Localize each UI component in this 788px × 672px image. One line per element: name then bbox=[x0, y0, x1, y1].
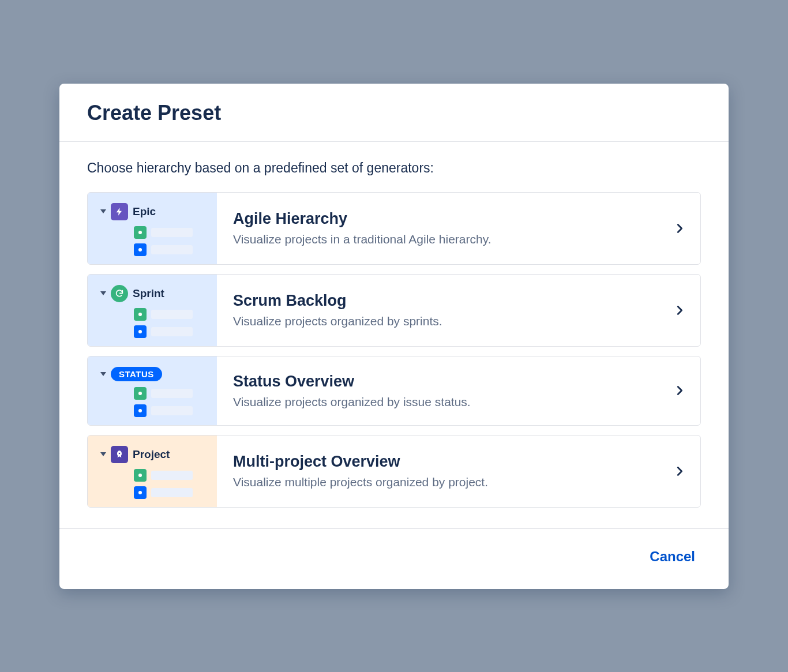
preset-option-agile-hierarchy[interactable]: Epic bbox=[87, 192, 701, 265]
refresh-icon bbox=[111, 285, 128, 302]
thumb-label: Project bbox=[133, 448, 170, 461]
svg-point-3 bbox=[138, 330, 142, 333]
preset-option-desc: Visualize projects in a traditional Agil… bbox=[233, 232, 643, 246]
svg-point-2 bbox=[138, 313, 142, 316]
preset-option-desc: Visualize multiple projects organized by… bbox=[233, 475, 643, 489]
chevron-right-icon bbox=[659, 356, 700, 425]
placeholder-bar bbox=[151, 245, 193, 254]
chevron-right-icon bbox=[659, 436, 700, 507]
modal-footer: Cancel bbox=[59, 528, 729, 589]
preset-thumb: Project bbox=[88, 436, 217, 507]
story-icon bbox=[134, 308, 147, 321]
preset-option-desc: Visualize projects organized by sprints. bbox=[233, 314, 643, 328]
thumb-mini-rows bbox=[100, 387, 205, 417]
caret-down-icon bbox=[100, 291, 106, 295]
preset-option-multi-project-overview[interactable]: Project bbox=[87, 435, 701, 508]
status-pill-icon: STATUS bbox=[111, 367, 162, 381]
caret-down-icon bbox=[100, 372, 106, 376]
task-icon bbox=[134, 404, 147, 417]
caret-down-icon bbox=[100, 209, 106, 213]
svg-point-5 bbox=[138, 409, 142, 412]
story-icon bbox=[134, 226, 147, 239]
preset-option-title: Scrum Backlog bbox=[233, 292, 643, 310]
task-icon bbox=[134, 325, 147, 338]
placeholder-bar bbox=[151, 327, 193, 336]
preset-option-main: Multi-project Overview Visualize multipl… bbox=[217, 436, 659, 507]
modal-header: Create Preset bbox=[59, 84, 729, 142]
preset-option-main: Status Overview Visualize projects organ… bbox=[217, 356, 659, 425]
task-icon bbox=[134, 243, 147, 256]
thumb-mini-rows bbox=[100, 308, 205, 338]
svg-point-4 bbox=[138, 392, 142, 395]
preset-option-main: Agile Hierarchy Visualize projects in a … bbox=[217, 193, 659, 264]
placeholder-bar bbox=[151, 389, 193, 398]
placeholder-bar bbox=[151, 488, 193, 497]
preset-option-desc: Visualize projects organized by issue st… bbox=[233, 395, 643, 409]
thumb-label: Sprint bbox=[133, 287, 164, 300]
placeholder-bar bbox=[151, 228, 193, 237]
story-icon bbox=[134, 469, 147, 482]
preset-option-status-overview[interactable]: STATUS bbox=[87, 356, 701, 426]
svg-point-1 bbox=[138, 248, 142, 251]
svg-point-6 bbox=[138, 474, 142, 477]
task-icon bbox=[134, 486, 147, 499]
intro-text: Choose hierarchy based on a predefined s… bbox=[87, 160, 701, 176]
create-preset-modal: Create Preset Choose hierarchy based on … bbox=[59, 84, 729, 589]
preset-thumb: Epic bbox=[88, 193, 217, 264]
preset-option-main: Scrum Backlog Visualize projects organiz… bbox=[217, 275, 659, 346]
bolt-icon bbox=[111, 203, 128, 220]
page-title: Create Preset bbox=[87, 101, 701, 125]
preset-option-title: Agile Hierarchy bbox=[233, 210, 643, 228]
placeholder-bar bbox=[151, 471, 193, 480]
rocket-icon bbox=[111, 446, 128, 463]
thumb-mini-rows bbox=[100, 226, 205, 256]
svg-point-7 bbox=[138, 491, 142, 494]
placeholder-bar bbox=[151, 406, 193, 415]
thumb-label: Epic bbox=[133, 205, 156, 218]
chevron-right-icon bbox=[659, 275, 700, 346]
preset-options-list: Epic bbox=[87, 192, 701, 508]
chevron-right-icon bbox=[659, 193, 700, 264]
preset-option-title: Multi-project Overview bbox=[233, 453, 643, 471]
modal-body: Choose hierarchy based on a predefined s… bbox=[59, 142, 729, 528]
preset-option-scrum-backlog[interactable]: Sprint bbox=[87, 274, 701, 347]
preset-thumb: Sprint bbox=[88, 275, 217, 346]
svg-point-0 bbox=[138, 231, 142, 234]
preset-thumb: STATUS bbox=[88, 356, 217, 425]
placeholder-bar bbox=[151, 310, 193, 319]
caret-down-icon bbox=[100, 452, 106, 456]
thumb-mini-rows bbox=[100, 469, 205, 499]
cancel-button[interactable]: Cancel bbox=[644, 545, 701, 568]
story-icon bbox=[134, 387, 147, 400]
preset-option-title: Status Overview bbox=[233, 373, 643, 391]
